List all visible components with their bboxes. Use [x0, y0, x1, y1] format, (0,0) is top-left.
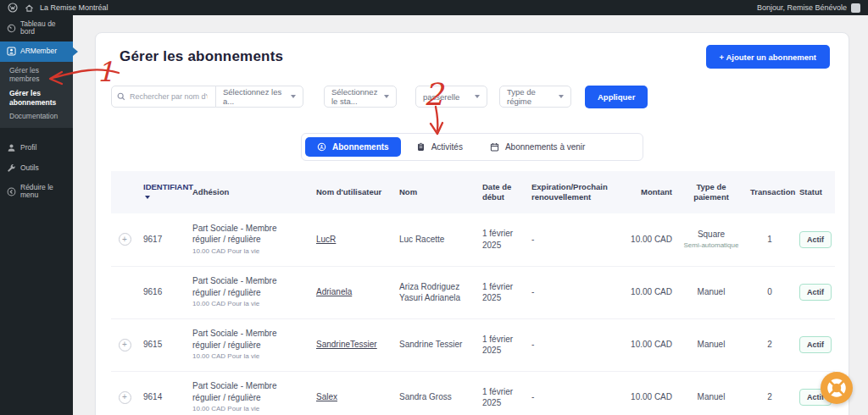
site-name-link[interactable]: La Remise Montréal: [40, 3, 108, 12]
status-badge[interactable]: Actif: [799, 336, 832, 353]
cell-payment-type: SquareSemi-automatique: [677, 213, 745, 266]
wordpress-logo-icon[interactable]: [8, 3, 18, 13]
sidebar-item-manage-subscriptions[interactable]: Gérer les abonnements: [0, 86, 73, 109]
sidebar-item-dashboard[interactable]: Tableau de bord: [0, 15, 73, 42]
tab-activities[interactable]: Activités: [404, 137, 475, 157]
avatar[interactable]: [851, 3, 860, 13]
tab-label: Abonnements à venir: [505, 142, 586, 152]
username-link[interactable]: LucR: [316, 235, 336, 244]
plan-type-select[interactable]: Type de régime: [499, 86, 571, 108]
cell-expiration: -: [526, 318, 623, 371]
gateway-select[interactable]: passerelle: [415, 86, 487, 108]
column-header-transaction: Transaction: [745, 171, 794, 213]
column-header-name: Nom: [394, 171, 477, 213]
sidebar-item-label: Tableau de bord: [20, 20, 67, 36]
admin-greeting[interactable]: Bonjour, Remise Bénévole: [757, 3, 847, 12]
cell-start-date: 1 février 2025: [477, 266, 526, 318]
cell-plan: Part Sociale - Membre régulier / réguliè…: [187, 318, 311, 371]
plans-select[interactable]: Sélectionnez les a...: [215, 86, 303, 108]
table-row: 9616 Part Sociale - Membre régulier / ré…: [111, 266, 835, 318]
column-header-expiration: Expiration/Prochain renouvellement: [526, 171, 623, 213]
sidebar-item-label: ARMember: [20, 47, 57, 55]
cell-start-date: 1 février 2025: [477, 213, 526, 266]
search-box: [111, 86, 216, 108]
cell-plan: Part Sociale - Membre régulier / réguliè…: [187, 266, 311, 318]
plan-price-label: 10.00 CAD Pour la vie: [192, 247, 306, 257]
armember-icon: [6, 47, 16, 57]
cell-transaction: 2: [745, 318, 794, 371]
status-badge[interactable]: Actif: [799, 284, 832, 301]
subscriptions-icon: [317, 142, 326, 152]
search-input[interactable]: [130, 92, 208, 101]
payment-mode-label: Semi-automatique: [682, 241, 740, 251]
cell-expiration: -: [526, 266, 623, 318]
cell-start-date: 1 février 2025: [477, 371, 526, 415]
armember-submenu: Gérer les membres Gérer les abonnements …: [0, 62, 73, 128]
main-content: Gérer les abonnements + Ajouter un abonn…: [73, 15, 868, 415]
expand-row-icon[interactable]: [119, 233, 131, 246]
table-row: 9614 Part Sociale - Membre régulier / ré…: [111, 371, 835, 415]
chevron-down-icon: [559, 95, 564, 98]
sidebar-item-tools[interactable]: Outils: [0, 158, 73, 179]
sidebar-item-collapse-menu[interactable]: Réduire le menu: [0, 179, 73, 205]
dashboard-icon: [6, 23, 16, 33]
table-row: 9617 Part Sociale - Membre régulier / ré…: [111, 213, 835, 266]
plans-select-value: Sélectionnez les a...: [223, 87, 286, 106]
plan-price-label: 10.00 CAD Pour la vie: [192, 405, 306, 414]
cell-id: 9616: [138, 266, 187, 318]
cell-name: Ariza Rodriguez Yasuri Adrianela: [394, 266, 477, 318]
cell-amount: 10.00 CAD: [623, 266, 677, 318]
sidebar-item-armember[interactable]: ARMember: [0, 42, 73, 62]
column-header-id[interactable]: IDENTIFIANT: [138, 171, 187, 213]
cell-id: 9617: [138, 213, 187, 266]
sidebar-item-label: Outils: [20, 164, 39, 172]
plan-price-label: 10.00 CAD Pour la vie: [192, 300, 306, 309]
column-header-username: Nom d'utilisateur: [311, 171, 394, 213]
tab-upcoming-subscriptions[interactable]: Abonnements à venir: [478, 137, 598, 157]
chevron-down-icon: [475, 95, 480, 98]
tab-subscriptions[interactable]: Abonnements: [305, 137, 401, 157]
expand-row-icon[interactable]: [119, 339, 131, 351]
username-link[interactable]: Salex: [316, 392, 337, 401]
sidebar-item-documentation[interactable]: Documentation: [0, 109, 73, 124]
column-header-status: Statut: [794, 171, 835, 213]
cell-payment-type: Manuel: [677, 318, 745, 371]
cell-name: Luc Racette: [394, 213, 477, 266]
column-header-start: Date de début: [477, 171, 526, 213]
column-header-payment: Type de paiement: [677, 171, 745, 213]
cell-id: 9615: [138, 318, 187, 371]
user-icon: [6, 143, 16, 153]
filter-bar: Sélectionnez les a... Sélectionnez le st…: [111, 86, 849, 108]
cell-amount: 10.00 CAD: [623, 318, 677, 371]
calendar-icon: [490, 142, 499, 152]
column-header-plan: Adhésion: [187, 171, 311, 213]
sidebar-item-manage-members[interactable]: Gérer les membres: [0, 64, 73, 86]
username-link[interactable]: SandrineTessier: [316, 340, 377, 349]
column-header-amount: Montant: [623, 171, 677, 213]
expand-column-header: [111, 171, 138, 213]
sort-desc-icon: [145, 196, 150, 199]
expand-row-icon[interactable]: [119, 391, 131, 404]
status-badge[interactable]: Actif: [799, 231, 832, 248]
current-menu-arrow: [73, 47, 78, 56]
wp-sidebar: Tableau de bord ARMember Gérer les membr…: [0, 15, 73, 415]
add-subscription-button[interactable]: + Ajouter un abonnement: [706, 45, 830, 69]
apply-button[interactable]: Appliquer: [585, 86, 648, 108]
support-fab-button[interactable]: [821, 372, 853, 404]
cell-start-date: 1 février 2025: [477, 318, 526, 371]
cell-plan: Part Sociale - Membre régulier / réguliè…: [187, 371, 311, 415]
cell-payment-type: Manuel: [677, 371, 745, 415]
status-select[interactable]: Sélectionnez le sta...: [324, 86, 397, 108]
chevron-down-icon: [291, 95, 296, 98]
cell-amount: 10.00 CAD: [623, 371, 677, 415]
cell-name: Sandrine Tessier: [394, 318, 477, 371]
cell-transaction: 2: [745, 371, 794, 415]
sidebar-separator: [0, 128, 73, 138]
subscriptions-table: IDENTIFIANT Adhésion Nom d'utilisateur N…: [111, 171, 835, 415]
cell-id: 9614: [138, 371, 187, 415]
sidebar-item-label: Réduire le menu: [20, 184, 67, 200]
clipboard-icon: [416, 142, 426, 152]
wp-admin-bar: La Remise Montréal Bonjour, Remise Bénév…: [0, 0, 868, 15]
sidebar-item-profile[interactable]: Profil: [0, 138, 73, 158]
username-link[interactable]: Adrianela: [316, 287, 352, 296]
